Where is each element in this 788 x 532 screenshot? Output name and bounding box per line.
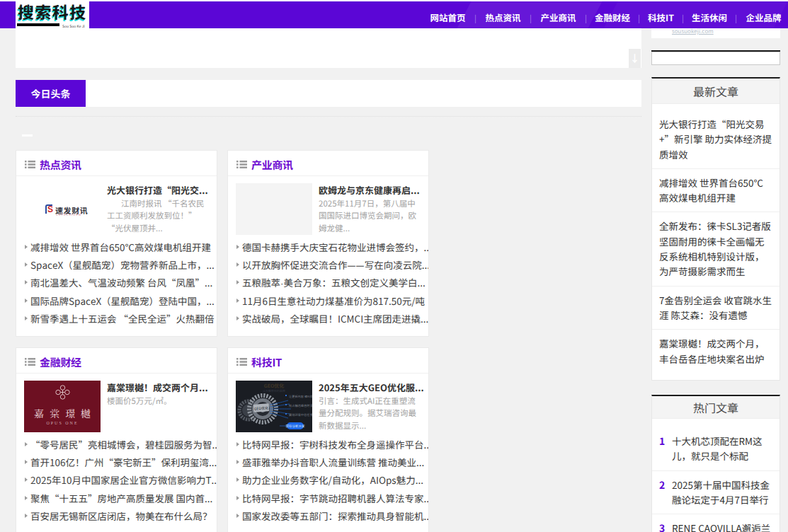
svg-text:赢得环境中信任 提升转化率: 赢得环境中信任 提升转化率 [289, 412, 312, 417]
svg-text:获取诊断方案: 获取诊断方案 [286, 424, 305, 428]
svg-text:GEO优化: GEO优化 [254, 405, 269, 410]
svg-text:抢占触达峰值时 获取精准流: 抢占触达峰值时 获取精准流 [289, 403, 312, 407]
svg-text:让更新内容 被AI优先引用: 让更新内容 被AI优先引用 [289, 394, 312, 398]
svg-text:让AI推荐你的品牌: 让AI推荐你的品牌 [263, 388, 285, 393]
